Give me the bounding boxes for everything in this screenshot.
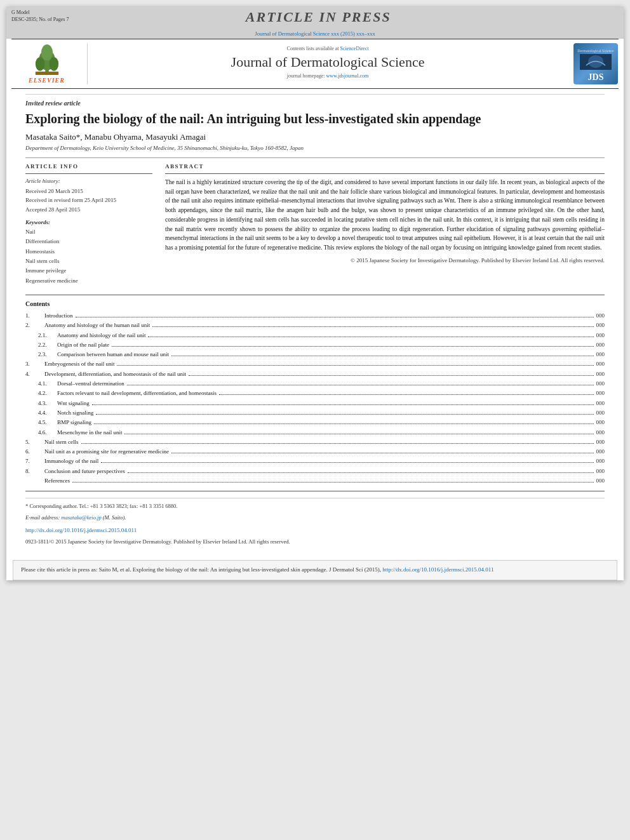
top-banner: G Model DESC-2835; No. of Pages 7 ARTICL… xyxy=(6,6,624,28)
journal-header-middle: Contents lists available at ScienceDirec… xyxy=(88,43,568,84)
toc-page-8: 000 xyxy=(596,467,605,476)
revised-date: Received in revised form 25 April 2015 xyxy=(25,196,152,204)
toc-item-4-4: 4.4. Notch signaling 000 xyxy=(25,408,605,418)
toc-sub-num-4-5: 4.5. xyxy=(25,418,57,427)
article-info-heading: ARTICLE INFO xyxy=(25,163,152,170)
toc-dots-7 xyxy=(101,462,593,463)
footer-email-line: E-mail address: masataka@keio.jp (M. Sai… xyxy=(25,514,605,523)
svg-rect-5 xyxy=(35,72,58,75)
toc-dots-4-5 xyxy=(94,423,594,424)
keywords-list: Nail Differentiation Homeostasis Nail st… xyxy=(25,227,152,286)
toc-title-4-5: BMP signaling xyxy=(57,418,91,427)
toc-num-4: 4. xyxy=(25,370,44,379)
toc-sub-num-4-3: 4.3. xyxy=(25,399,57,408)
toc-sub-num-4-6: 4.6. xyxy=(25,428,57,437)
footer-section: * Corresponding author. Tel.: +81 3 5363… xyxy=(25,498,605,546)
authors: Masataka Saito*, Manabu Ohyama, Masayuki… xyxy=(25,132,605,142)
doi-link[interactable]: http://dx.doi.org/10.1016/j.jdermsci.201… xyxy=(25,526,605,535)
toc-sub-num-2-3: 2.3. xyxy=(25,350,57,359)
toc-title-4-2: Factors relevant to nail development, di… xyxy=(57,389,217,398)
toc-num-3: 3. xyxy=(25,359,44,369)
article-type: Invited review article xyxy=(25,94,605,107)
toc-dots-2-2 xyxy=(112,346,594,347)
toc-dots-4-3 xyxy=(92,404,594,405)
toc-title-2-2: Origin of the nail plate xyxy=(57,340,109,350)
toc-title-4-1: Dorsal–ventral determination xyxy=(57,379,124,389)
abstract-col: ABSTRACT The nail is a highly keratinize… xyxy=(165,163,605,286)
toc-dots-4-6 xyxy=(124,434,593,434)
toc-num-7: 7. xyxy=(25,457,44,466)
jds-logo: Dermatological Science JDS xyxy=(568,43,619,84)
toc-title-references: References xyxy=(44,476,70,486)
citation-doi-link[interactable]: http://dx.doi.org/10.1016/j.jdermsci.201… xyxy=(382,566,493,573)
toc-item-2-3: 2.3. Comparison between human and mouse … xyxy=(25,350,605,359)
toc-page-2: 000 xyxy=(596,321,605,330)
toc-list: 1. Introduction 000 2. Anatomy and histo… xyxy=(25,311,605,486)
author-email-link[interactable]: masataka@keio.jp xyxy=(61,514,101,521)
article-info-col: ARTICLE INFO Article history: Received 2… xyxy=(25,163,152,286)
toc-page-4-3: 000 xyxy=(596,399,605,408)
toc-sub-num-4-4: 4.4. xyxy=(25,408,57,418)
toc-dots-2 xyxy=(152,326,593,327)
toc-dots-8 xyxy=(128,472,594,473)
toc-dots-4-2 xyxy=(219,394,593,395)
corresponding-author: * Corresponding author. Tel.: +81 3 5363… xyxy=(25,502,605,511)
toc-item-2-1: 2.1. Anatomy and histology of the nail u… xyxy=(25,331,605,340)
toc-sub-num-2-1: 2.1. xyxy=(25,331,57,340)
sciencedirect-link[interactable]: ScienceDirect xyxy=(340,46,369,51)
journal-homepage-link[interactable]: www.jdsjournal.com xyxy=(326,73,369,79)
toc-page-4-5: 000 xyxy=(596,418,605,427)
toc-num-2: 2. xyxy=(25,321,44,330)
contents-heading: Contents xyxy=(25,300,605,307)
toc-page-2-2: 000 xyxy=(596,340,605,350)
toc-page-2-1: 000 xyxy=(596,331,605,340)
abstract-divider xyxy=(165,173,605,174)
toc-page-2-3: 000 xyxy=(596,350,605,359)
toc-num-8: 8. xyxy=(25,467,44,476)
toc-item-1: 1. Introduction 000 xyxy=(25,311,605,321)
toc-page-4-1: 000 xyxy=(596,379,605,389)
article-in-press-banner: ARTICLE IN PRESS xyxy=(69,9,568,25)
keyword-nail: Nail xyxy=(25,227,152,237)
toc-item-3: 3. Embryogenesis of the nail unit 000 xyxy=(25,359,605,369)
journal-homepage: journal homepage: www.jdsjournal.com xyxy=(94,73,561,79)
toc-item-4-5: 4.5. BMP signaling 000 xyxy=(25,418,605,427)
toc-dots-5 xyxy=(81,443,594,444)
abstract-heading: ABSTRACT xyxy=(165,163,605,170)
abstract-copyright: © 2015 Japanese Society for Investigativ… xyxy=(165,257,605,265)
toc-item-4-2: 4.2. Factors relevant to nail developmen… xyxy=(25,389,605,398)
toc-page-4-2: 000 xyxy=(596,389,605,398)
keywords-heading: Keywords: xyxy=(25,219,152,225)
journal-header: ELSEVIER Contents lists available at Sci… xyxy=(11,39,619,89)
toc-item-8: 8. Conclusion and future perspectives 00… xyxy=(25,467,605,476)
toc-page-4: 000 xyxy=(596,370,605,379)
toc-title-2-3: Comparison between human and mouse nail … xyxy=(57,350,169,359)
svg-point-2 xyxy=(35,57,44,71)
toc-title-1: Introduction xyxy=(44,311,73,321)
toc-item-4-1: 4.1. Dorsal–ventral determination 000 xyxy=(25,379,605,389)
toc-item-7: 7. Immunology of the nail 000 xyxy=(25,457,605,466)
toc-sub-num-2-2: 2.2. xyxy=(25,340,57,350)
toc-dots-3 xyxy=(117,365,593,366)
toc-dots-2-3 xyxy=(171,356,594,356)
keyword-differentiation: Differentiation xyxy=(25,237,152,246)
abstract-text: The nail is a highly keratinized structu… xyxy=(165,178,605,253)
toc-item-5: 5. Nail stem cells 000 xyxy=(25,437,605,447)
toc-page-7: 000 xyxy=(596,457,605,466)
jds-logo-image-icon xyxy=(580,54,612,70)
keyword-homeostasis: Homeostasis xyxy=(25,247,152,257)
received-date: Received 20 March 2015 xyxy=(25,187,152,196)
model-info: G Model DESC-2835; No. of Pages 7 xyxy=(11,9,69,23)
citation-box: Please cite this article in press as: Sa… xyxy=(13,560,617,580)
article-title: Exploring the biology of the nail: An in… xyxy=(25,110,605,127)
toc-item-6: 6. Nail unit as a promising site for reg… xyxy=(25,447,605,457)
article-history-label: Article history: xyxy=(25,178,152,184)
keyword-immune-privilege: Immune privilege xyxy=(25,266,152,276)
footer-doi-line: http://dx.doi.org/10.1016/j.jdermsci.201… xyxy=(25,526,605,535)
toc-title-2: Anatomy and histology of the human nail … xyxy=(44,321,150,330)
toc-item-2-2: 2.2. Origin of the nail plate 000 xyxy=(25,340,605,350)
toc-title-6: Nail unit as a promising site for regene… xyxy=(44,447,169,457)
page: G Model DESC-2835; No. of Pages 7 ARTICL… xyxy=(6,6,624,580)
elsevier-text: ELSEVIER xyxy=(29,77,65,84)
elsevier-tree-icon xyxy=(28,44,66,76)
